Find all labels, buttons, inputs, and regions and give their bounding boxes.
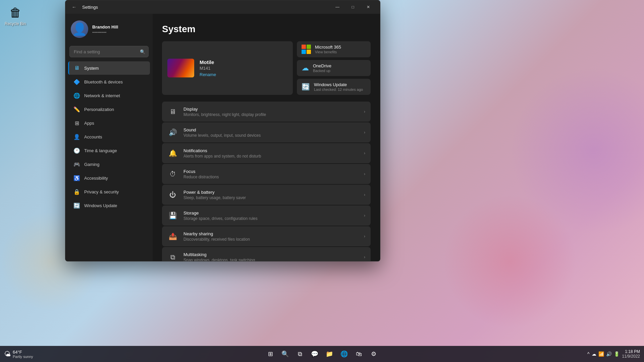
accessibility-icon: ♿: [73, 175, 80, 181]
onedrive-desc: Backed up: [313, 69, 331, 73]
tray-cloud[interactable]: ☁: [592, 351, 596, 357]
notifications-text: Notifications Alerts from apps and syste…: [183, 148, 359, 159]
device-name: Motile: [200, 59, 216, 65]
nearby-title: Nearby sharing: [183, 231, 359, 236]
settings-item-nearby[interactable]: 📤 Nearby sharing Discoverability, receiv…: [162, 226, 371, 246]
bg-blob-1: [510, 67, 644, 235]
display-title: Display: [183, 107, 359, 112]
start-button[interactable]: ⊞: [264, 347, 277, 361]
onedrive-logo: ☁: [302, 64, 309, 72]
title-bar: ← Settings — □ ✕: [65, 0, 380, 14]
maximize-button[interactable]: □: [345, 2, 361, 12]
teams-button[interactable]: 💬: [308, 347, 321, 361]
power-title: Power & battery: [183, 190, 359, 195]
sound-desc: Volume levels, output, input, sound devi…: [183, 133, 359, 138]
tray-battery[interactable]: 🔋: [614, 351, 620, 357]
display-desc: Monitors, brightness, night light, displ…: [183, 112, 359, 117]
sound-icon: 🔊: [167, 127, 178, 138]
service-card-winupdate[interactable]: 🔄 Windows Update Last checked: 12 minute…: [297, 79, 371, 95]
system-icon: 🖥: [73, 65, 80, 71]
nav-menu: 🖥 System 🔷 Bluetooth & devices 🌐 Network…: [65, 61, 153, 212]
network-icon: 🌐: [73, 92, 80, 99]
taskbar-right: ^ ☁ 📶 🔊 🔋 1:18 PM 11/9/2022: [587, 349, 640, 359]
tray-wifi[interactable]: 📶: [598, 351, 604, 357]
sidebar-item-accessibility[interactable]: ♿ Accessibility: [68, 171, 150, 185]
taskview-button[interactable]: ⧉: [293, 347, 307, 361]
display-chevron: ›: [364, 109, 365, 114]
service-card-onedrive[interactable]: ☁ OneDrive Backed up: [297, 60, 371, 76]
back-button[interactable]: ←: [69, 2, 79, 12]
sidebar-item-accounts-label: Accounts: [84, 134, 102, 139]
notifications-chevron: ›: [364, 151, 365, 156]
search-button[interactable]: 🔍: [278, 347, 292, 361]
weather-widget[interactable]: 🌤 64°F Partly sunny: [4, 350, 33, 359]
sidebar-item-apps-label: Apps: [84, 121, 94, 126]
wu-text: Windows Update Last checked: 12 minutes …: [314, 82, 363, 92]
sidebar-item-system[interactable]: 🖥 System: [68, 61, 150, 75]
sidebar-item-bluetooth[interactable]: 🔷 Bluetooth & devices: [68, 75, 150, 88]
edge-button[interactable]: 🌐: [337, 347, 351, 361]
tray-volume[interactable]: 🔊: [606, 351, 612, 357]
notifications-icon: 🔔: [167, 148, 178, 159]
multitasking-title: Multitasking: [183, 252, 359, 257]
sidebar-item-winupdate[interactable]: 🔄 Windows Update: [68, 199, 150, 212]
focus-text: Focus Reduce distractions: [183, 169, 359, 179]
sidebar-item-personalization-label: Personalization: [84, 107, 114, 112]
device-model: M141: [200, 66, 216, 71]
storage-chevron: ›: [364, 213, 365, 218]
sidebar-item-bluetooth-label: Bluetooth & devices: [84, 79, 123, 84]
service-card-ms365[interactable]: Microsoft 365 View benefits: [297, 41, 371, 57]
wu-name: Windows Update: [314, 82, 363, 87]
sidebar-item-time[interactable]: 🕐 Time & language: [68, 144, 150, 157]
user-section: 👤 Brandon Hill •••••••••••: [65, 18, 153, 43]
clock[interactable]: 1:18 PM 11/9/2022: [622, 349, 640, 359]
storage-icon: 💾: [167, 210, 178, 221]
power-icon: ⏻: [167, 189, 178, 200]
sidebar-item-privacy[interactable]: 🔒 Privacy & security: [68, 185, 150, 198]
multitasking-chevron: ›: [364, 255, 365, 259]
search-input[interactable]: [69, 46, 149, 57]
avatar[interactable]: 👤: [71, 20, 88, 38]
recycle-bin[interactable]: 🗑 Recycle Bin: [3, 3, 27, 27]
device-thumb-inner: [167, 59, 194, 77]
focus-icon: ⏱: [167, 169, 178, 179]
nearby-chevron: ›: [364, 234, 365, 239]
settings-item-storage[interactable]: 💾 Storage Storage space, drives, configu…: [162, 205, 371, 226]
sidebar-item-network[interactable]: 🌐 Network & internet: [68, 89, 150, 102]
settings-item-display[interactable]: 🖥 Display Monitors, brightness, night li…: [162, 102, 371, 122]
settings-item-sound[interactable]: 🔊 Sound Volume levels, output, input, so…: [162, 122, 371, 142]
sidebar-item-accounts[interactable]: 👤 Accounts: [68, 130, 150, 143]
settings-item-power[interactable]: ⏻ Power & battery Sleep, battery usage, …: [162, 185, 371, 205]
info-row: Motile M141 Rename: [162, 41, 371, 95]
sidebar-item-gaming[interactable]: 🎮 Gaming: [68, 158, 150, 171]
close-button[interactable]: ✕: [361, 2, 376, 12]
desktop: 🗑 Recycle Bin ← Settings — □ ✕ 👤: [0, 0, 644, 362]
wu-logo: 🔄: [302, 83, 310, 91]
search-icon: 🔍: [140, 49, 145, 54]
winupdate-icon: 🔄: [73, 202, 80, 209]
file-explorer-button[interactable]: 📁: [323, 347, 336, 361]
sidebar: 👤 Brandon Hill ••••••••••• 🔍 🖥: [65, 14, 153, 261]
weather-temp: 64°F: [13, 350, 33, 355]
device-rename[interactable]: Rename: [200, 72, 216, 77]
sound-text: Sound Volume levels, output, input, soun…: [183, 127, 359, 138]
accounts-icon: 👤: [73, 133, 80, 140]
settings-item-focus[interactable]: ⏱ Focus Reduce distractions ›: [162, 164, 371, 184]
settings-item-notifications[interactable]: 🔔 Notifications Alerts from apps and sys…: [162, 143, 371, 163]
gaming-icon: 🎮: [73, 161, 80, 168]
sidebar-item-apps[interactable]: ⊞ Apps: [68, 116, 150, 130]
page-title: System: [162, 24, 371, 35]
tray-chevron[interactable]: ^: [587, 351, 590, 357]
weather-desc: Partly sunny: [13, 355, 33, 359]
sidebar-item-time-label: Time & language: [84, 148, 117, 153]
settings-item-multitasking[interactable]: ⧉ Multitasking Snap windows, desktops, t…: [162, 247, 371, 261]
taskbar-center: ⊞ 🔍 ⧉ 💬 📁 🌐 🛍 ⚙: [264, 347, 380, 361]
settings-body: 👤 Brandon Hill ••••••••••• 🔍 🖥: [65, 14, 380, 261]
settings-window: ← Settings — □ ✕ 👤 Brandon Hill: [65, 0, 380, 261]
sidebar-item-personalization[interactable]: ✏️ Personalization: [68, 103, 150, 116]
notifications-desc: Alerts from apps and system, do not dist…: [183, 154, 359, 159]
settings-taskbar-button[interactable]: ⚙: [367, 347, 380, 361]
minimize-button[interactable]: —: [330, 2, 345, 12]
privacy-icon: 🔒: [73, 188, 80, 195]
store-button[interactable]: 🛍: [352, 347, 366, 361]
